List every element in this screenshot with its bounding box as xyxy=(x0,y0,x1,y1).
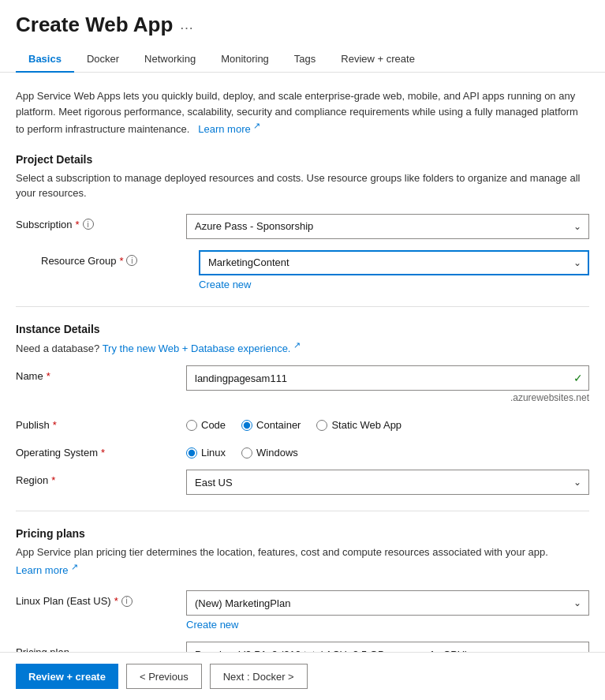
pricing-plan-label: Pricing plan xyxy=(16,642,174,652)
subscription-row: Subscription * i Azure Pass - Sponsorshi… xyxy=(16,214,589,239)
tab-tags[interactable]: Tags xyxy=(282,47,328,73)
resource-group-label: Resource Group * i xyxy=(28,250,186,267)
header-ellipsis[interactable]: … xyxy=(179,17,193,33)
publish-label: Publish * xyxy=(16,414,174,431)
region-row: Region * East US ⌄ xyxy=(16,470,589,495)
learn-more-link[interactable]: Learn more ↗ xyxy=(196,123,261,135)
publish-control: Code Container Static Web App xyxy=(186,414,589,431)
instance-details-title: Instance Details xyxy=(16,323,589,335)
project-details-desc: Select a subscription to manage deployed… xyxy=(16,170,589,201)
app-description: App Service Web Apps lets you quickly bu… xyxy=(16,88,589,137)
pricing-plan-row: Pricing plan Premium V2 P1v2 (210 total … xyxy=(16,642,589,652)
main-content: App Service Web Apps lets you quickly bu… xyxy=(0,73,605,652)
region-control: East US ⌄ xyxy=(186,470,589,495)
name-check-icon: ✓ xyxy=(573,372,583,384)
resource-group-info-icon[interactable]: i xyxy=(126,255,137,266)
pricing-learn-more-link[interactable]: Learn more ↗ xyxy=(16,564,78,576)
subscription-required: * xyxy=(76,219,80,230)
linux-plan-required: * xyxy=(114,595,118,607)
review-create-button[interactable]: Review + create xyxy=(16,664,118,689)
pricing-plan-control: Premium V2 P1v2 (210 total ACU, 3.5 GB m… xyxy=(186,642,589,652)
name-control: ✓ .azurewebsites.net xyxy=(186,365,589,403)
os-radio-group: Linux Windows xyxy=(186,442,589,459)
publish-container-radio[interactable] xyxy=(241,420,252,431)
name-label: Name * xyxy=(16,365,174,382)
db-experience-link[interactable]: Try the new Web + Database experience. ↗ xyxy=(103,343,301,354)
db-link-row: Need a database? Try the new Web + Datab… xyxy=(16,340,589,354)
subscription-dropdown-wrapper: Azure Pass - Sponsorship ⌄ xyxy=(186,214,589,239)
subscription-label: Subscription * i xyxy=(16,214,174,230)
resource-group-dropdown-wrapper: MarketingContent ⌄ xyxy=(199,250,589,275)
publish-required: * xyxy=(53,419,57,431)
resource-group-required: * xyxy=(119,255,123,267)
tab-docker[interactable]: Docker xyxy=(74,47,132,73)
publish-code-option[interactable]: Code xyxy=(186,419,226,431)
next-button[interactable]: Next : Docker > xyxy=(210,664,308,689)
linux-plan-create-new-link[interactable]: Create new xyxy=(186,619,238,631)
linux-plan-dropdown[interactable]: (New) MarketingPlan xyxy=(186,590,589,616)
tab-networking[interactable]: Networking xyxy=(132,47,208,73)
os-linux-radio[interactable] xyxy=(186,447,197,459)
azurewebsites-suffix: .azurewebsites.net xyxy=(186,392,589,403)
tab-bar: Basics Docker Networking Monitoring Tags… xyxy=(16,47,589,72)
divider-1 xyxy=(16,306,589,307)
pricing-plan-dropdown-wrapper: Premium V2 P1v2 (210 total ACU, 3.5 GB m… xyxy=(186,642,589,652)
linux-plan-dropdown-wrapper: (New) MarketingPlan ⌄ xyxy=(186,590,589,616)
previous-button[interactable]: < Previous xyxy=(126,664,202,689)
tab-monitoring[interactable]: Monitoring xyxy=(208,47,282,73)
publish-radio-group: Code Container Static Web App xyxy=(186,414,589,431)
os-required: * xyxy=(101,447,105,459)
os-windows-option[interactable]: Windows xyxy=(241,447,298,459)
name-input-wrapper: ✓ xyxy=(186,365,589,391)
resource-group-create-new-link[interactable]: Create new xyxy=(199,279,251,290)
os-row: Operating System * Linux Windows xyxy=(16,442,589,459)
resource-group-control: MarketingContent ⌄ Create new xyxy=(199,250,589,290)
subscription-info-icon[interactable]: i xyxy=(83,219,94,230)
os-linux-option[interactable]: Linux xyxy=(186,447,226,459)
os-windows-radio[interactable] xyxy=(241,447,252,459)
tab-basics[interactable]: Basics xyxy=(16,47,74,73)
pricing-plans-title: Pricing plans xyxy=(16,527,589,540)
os-control: Linux Windows xyxy=(186,442,589,459)
subscription-dropdown[interactable]: Azure Pass - Sponsorship xyxy=(186,214,589,239)
subscription-control: Azure Pass - Sponsorship ⌄ xyxy=(186,214,589,239)
publish-code-radio[interactable] xyxy=(186,420,197,431)
publish-container-option[interactable]: Container xyxy=(241,419,301,431)
resource-group-row: Resource Group * i MarketingContent ⌄ Cr… xyxy=(28,250,589,290)
linux-plan-row: Linux Plan (East US) * i (New) Marketing… xyxy=(16,590,589,631)
publish-static-option[interactable]: Static Web App xyxy=(316,419,401,431)
pricing-plan-dropdown[interactable]: Premium V2 P1v2 (210 total ACU, 3.5 GB m… xyxy=(186,642,589,652)
publish-row: Publish * Code Container xyxy=(16,414,589,431)
pricing-plans-section: Pricing plans App Service plan pricing t… xyxy=(16,527,589,652)
publish-static-radio[interactable] xyxy=(316,420,327,431)
footer: Review + create < Previous Next : Docker… xyxy=(0,652,605,700)
region-required: * xyxy=(51,474,55,486)
region-label: Region * xyxy=(16,470,174,486)
region-dropdown[interactable]: East US xyxy=(186,470,589,495)
pricing-plans-desc: App Service plan pricing tier determines… xyxy=(16,545,589,578)
linux-plan-control: (New) MarketingPlan ⌄ Create new xyxy=(186,590,589,631)
page-title: Create Web App xyxy=(16,13,173,37)
name-required: * xyxy=(47,370,50,382)
divider-2 xyxy=(16,511,589,511)
os-label: Operating System * xyxy=(16,442,174,459)
name-input[interactable] xyxy=(186,365,589,391)
project-details-section: Project Details Select a subscription to… xyxy=(16,153,589,290)
linux-plan-label: Linux Plan (East US) * i xyxy=(16,590,174,607)
resource-group-dropdown[interactable]: MarketingContent xyxy=(199,250,589,275)
linux-plan-info-icon[interactable]: i xyxy=(121,596,133,607)
project-details-title: Project Details xyxy=(16,153,589,166)
region-dropdown-wrapper: East US ⌄ xyxy=(186,470,589,495)
tab-review-create[interactable]: Review + create xyxy=(328,47,428,73)
name-row: Name * ✓ .azurewebsites.net xyxy=(16,365,589,403)
instance-details-section: Instance Details Need a database? Try th… xyxy=(16,323,589,495)
